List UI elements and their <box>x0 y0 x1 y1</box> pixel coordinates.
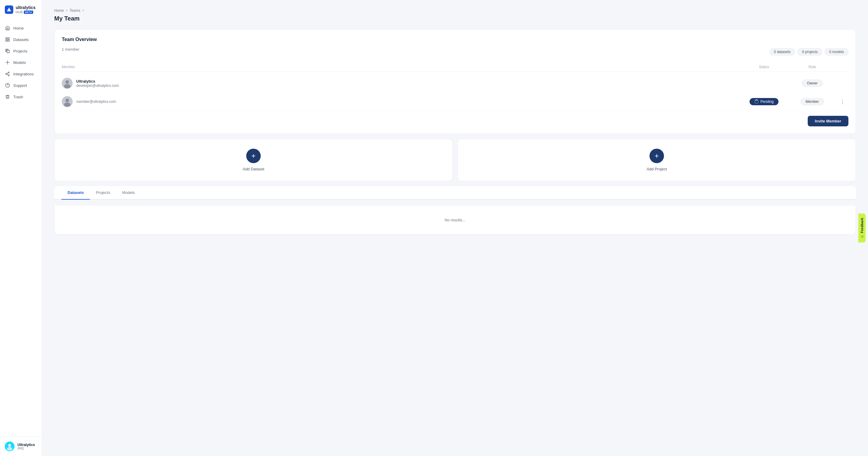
user-name: Ultralytics <box>18 443 35 447</box>
sidebar-item-support[interactable]: Support <box>0 80 42 91</box>
add-dataset-button[interactable]: + <box>246 149 261 163</box>
no-results: No results... <box>54 206 856 235</box>
add-project-label: Add Project <box>647 167 667 171</box>
svg-rect-4 <box>6 40 7 41</box>
user-footer[interactable]: Ultralytics PRO <box>0 436 42 456</box>
member-details-2: member@ultralytics.com <box>76 99 116 104</box>
add-project-button[interactable]: + <box>650 149 664 163</box>
logo-text: ultralytics HUB BETA <box>16 5 36 14</box>
feedback-button[interactable]: ☺ Feedback <box>858 213 866 243</box>
logo[interactable]: ultralytics HUB BETA <box>0 0 42 20</box>
member-role-1: Owner <box>802 80 823 87</box>
col-header-role: Role <box>788 65 836 69</box>
member-email-2: member@ultralytics.com <box>76 99 116 104</box>
member-avatar-2 <box>62 96 73 107</box>
content-tabs: Datasets Projects Models <box>54 186 856 200</box>
member-role-wrap-2: Member <box>788 98 836 105</box>
member-details-1: Ultralytics developer@ultralytics.com <box>76 79 119 88</box>
sidebar-item-datasets[interactable]: Datasets <box>0 34 42 45</box>
breadcrumb-sep1: > <box>66 8 68 13</box>
invite-btn-row: Invite Member <box>62 116 848 126</box>
sidebar-label-trash: Trash <box>13 95 23 99</box>
pending-badge: Pending <box>749 98 778 105</box>
svg-point-22 <box>64 84 70 88</box>
breadcrumb-home[interactable]: Home <box>54 8 64 13</box>
breadcrumb: Home > Teams > <box>54 8 856 13</box>
team-overview-card: Team Overview 1 member 0 datasets 0 proj… <box>54 29 856 134</box>
invite-member-button[interactable]: Invite Member <box>808 116 848 126</box>
user-info: Ultralytics PRO <box>18 443 35 450</box>
member-email-1: developer@ultralytics.com <box>76 84 119 88</box>
support-icon <box>5 83 10 88</box>
svg-rect-1 <box>6 38 7 39</box>
tab-datasets[interactable]: Datasets <box>61 186 90 200</box>
stat-models: 0 models <box>825 48 848 56</box>
member-count: 1 member <box>62 47 80 52</box>
user-plan: PRO <box>18 447 35 450</box>
sidebar: ultralytics HUB BETA Home <box>0 0 42 456</box>
datasets-icon <box>5 37 10 42</box>
members-table: Member Status Role Ultralyti <box>62 62 848 111</box>
members-header: Member Status Role <box>62 62 848 72</box>
add-dataset-card[interactable]: + Add Dataset <box>54 139 453 181</box>
add-dataset-label: Add Dataset <box>243 167 264 171</box>
home-icon <box>5 25 10 31</box>
action-cards-row: + Add Dataset + Add Project <box>54 139 856 181</box>
svg-point-25 <box>64 103 70 107</box>
svg-point-21 <box>65 80 69 84</box>
svg-point-24 <box>65 98 69 102</box>
team-overview-header: Team Overview <box>62 37 848 42</box>
svg-rect-3 <box>8 40 9 41</box>
sidebar-label-projects: Projects <box>13 49 27 53</box>
breadcrumb-sep2: > <box>82 8 84 13</box>
svg-point-10 <box>8 72 9 73</box>
sidebar-label-models: Models <box>13 60 26 65</box>
svg-point-11 <box>6 73 7 75</box>
tab-models[interactable]: Models <box>116 186 141 200</box>
avatar <box>5 441 14 451</box>
add-project-card[interactable]: + Add Project <box>458 139 856 181</box>
stats-badges: 0 datasets 0 projects 0 models <box>770 48 848 56</box>
sidebar-item-integrations[interactable]: Integrations <box>0 68 42 80</box>
integrations-icon <box>5 71 10 77</box>
col-header-status: Status <box>740 65 788 69</box>
svg-point-19 <box>7 447 12 451</box>
table-row: member@ultralytics.com Pending Member ⋮ <box>62 93 848 111</box>
feedback-label: Feedback <box>860 218 864 233</box>
svg-line-14 <box>7 73 8 74</box>
main-nav: Home Datasets Projects <box>0 20 42 436</box>
brand-hub: HUB <box>16 10 23 14</box>
table-row: Ultralytics developer@ultralytics.com Ow… <box>62 74 848 93</box>
sidebar-item-models[interactable]: Models <box>0 57 42 68</box>
feedback-icon: ☺ <box>860 235 864 238</box>
member-name-1: Ultralytics <box>76 79 119 84</box>
brand-name: ultralytics <box>16 5 36 10</box>
svg-line-13 <box>7 74 8 75</box>
sidebar-label-home: Home <box>13 26 24 30</box>
sidebar-item-home[interactable]: Home <box>0 22 42 34</box>
brand-beta: BETA <box>24 10 33 14</box>
member-more-button[interactable]: ⋮ <box>836 98 848 105</box>
col-header-member: Member <box>62 65 740 69</box>
stat-datasets: 0 datasets <box>770 48 795 56</box>
breadcrumb-teams[interactable]: Teams <box>70 8 80 13</box>
member-info-1: Ultralytics developer@ultralytics.com <box>62 78 740 89</box>
member-role-2: Member <box>801 98 824 105</box>
sidebar-item-projects[interactable]: Projects <box>0 45 42 57</box>
member-role-wrap-1: Owner <box>788 80 836 87</box>
member-status-2: Pending <box>740 98 788 105</box>
svg-point-5 <box>7 62 8 63</box>
sidebar-label-datasets: Datasets <box>13 37 29 42</box>
trash-icon <box>5 94 10 99</box>
member-info-2: member@ultralytics.com <box>62 96 740 107</box>
tab-projects[interactable]: Projects <box>90 186 116 200</box>
logo-icon <box>5 5 13 14</box>
page-title: My Team <box>54 15 856 22</box>
member-avatar-1 <box>62 78 73 89</box>
svg-rect-2 <box>8 38 9 39</box>
sidebar-item-trash[interactable]: Trash <box>0 91 42 103</box>
svg-point-12 <box>8 75 9 76</box>
projects-icon <box>5 48 10 54</box>
pending-label: Pending <box>761 99 774 104</box>
pending-spinner <box>754 99 758 104</box>
